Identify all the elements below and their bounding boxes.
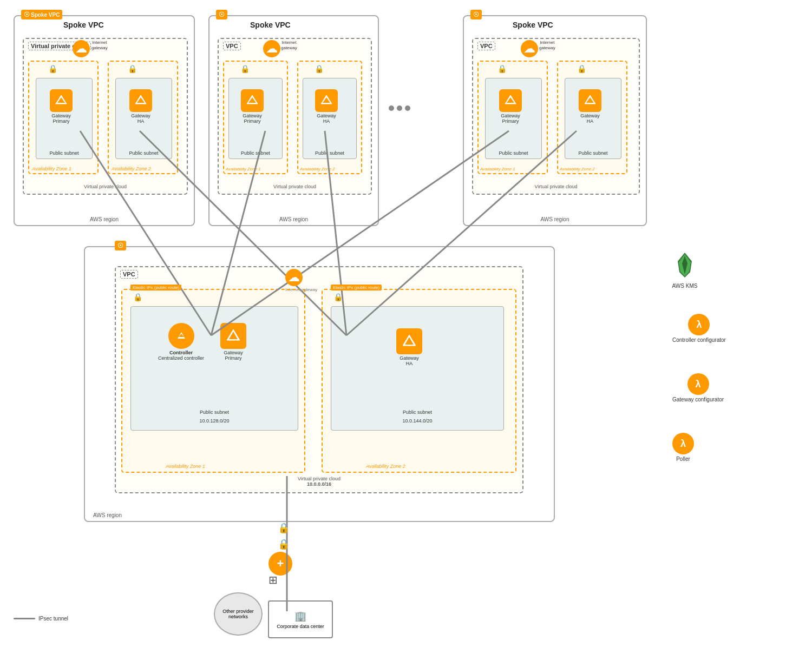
hub-az1-subnet-label: Public subnet <box>131 409 298 415</box>
spoke2-gateway-primary-icon <box>241 89 264 112</box>
corp-dc-icon: 🏢 <box>294 610 306 622</box>
spoke3-inet-gw: Internetgateway <box>539 40 555 50</box>
hub-az1: Elastic IPs (public route) 🔒 <box>121 289 305 473</box>
legend-gateway-config-icon: λ <box>687 373 709 395</box>
spoke3-az2-lock: 🔒 <box>577 64 586 73</box>
spoke2-az1-label: Availability Zone 1 <box>226 167 261 171</box>
spoke3-vpc-cloud-text: Virtual private cloud <box>473 184 639 189</box>
hub-region-box: ☉ ☁ Internet gateway VPC Elastic IPs (pu… <box>84 246 555 522</box>
spoke3-az1-subnet-text: Public subnet <box>486 150 541 156</box>
hub-az2-elastic-tag: Elastic IPs (public route) <box>331 285 382 290</box>
hub-vpn-lock2: 🔒 <box>278 538 290 550</box>
spoke3-az1-label: Availability Zone 1 <box>480 167 515 171</box>
spoke3-az1-subnet: Gateway Primary Public subnet <box>485 78 542 159</box>
hub-gateway-ha: Gateway HA <box>396 328 422 366</box>
aws-kms-icon <box>671 252 698 281</box>
spoke2-gateway-primary: Gateway Primary <box>241 89 264 124</box>
hub-vpc-label: VPC <box>120 270 138 279</box>
spoke1-az2-label: Availability Zone 2 <box>112 166 151 171</box>
spoke1-az1-lock: 🔒 <box>48 64 57 73</box>
spoke3-gateway-ha-icon <box>579 89 601 112</box>
hub-vpn-lock1: 🔒 <box>278 522 290 534</box>
spoke2-az2-lock: 🔒 <box>315 64 324 73</box>
spoke2-az1-lock: 🔒 <box>240 64 250 73</box>
legend-gateway-config: λ Gateway configurator <box>672 373 724 402</box>
spoke2-az2-label: Availability Zone 2 <box>300 167 335 171</box>
hub-az1-elastic-tag: Elastic IPs (public route) <box>130 285 181 290</box>
spoke3-vpc-box: VPC ☁ Internetgateway 🔒 Gateway <box>472 38 640 195</box>
spoke-vpc-3-title: Spoke VPC <box>513 21 553 29</box>
spoke2-az1-subnet-text: Public subnet <box>229 150 282 156</box>
spoke3-gateway-ha-label: Gateway HA <box>580 113 600 124</box>
hub-region-label: AWS region <box>93 512 122 518</box>
hub-az2-label: Availability Zone 2 <box>366 464 405 469</box>
hub-vpc-box: VPC Elastic IPs (public route) 🔒 <box>115 266 523 493</box>
spoke3-az2-subnet: Gateway HA Public subnet <box>565 78 621 159</box>
hub-gateway-ha-icon <box>396 328 422 354</box>
spoke-vpc-3-region: ☉ Spoke VPC VPC ☁ Internetgateway 🔒 <box>463 15 647 226</box>
spoke3-region-label: AWS region <box>464 216 646 222</box>
main-canvas: ☉ Spoke VPC Spoke VPC Virtual private cl… <box>0 0 812 654</box>
aws-badge-spoke3: ☉ <box>470 10 482 19</box>
ellipsis-dots <box>389 105 410 111</box>
hub-gateway-primary: Gateway Primary <box>220 323 246 361</box>
aws-badge-hub: ☉ <box>115 241 126 250</box>
spoke3-gateway-ha: Gateway HA <box>579 89 601 124</box>
other-networks-label: Other provider networks <box>219 609 257 619</box>
spoke3-cloud-icon: ☁ <box>521 40 538 57</box>
spoke1-az1-subnet-text: Public subnet <box>36 150 92 156</box>
ipsec-line-icon <box>14 618 35 619</box>
spoke-vpc-2-region: ☉ Spoke VPC VPC ☁ Internetgateway 🔒 <box>208 15 379 226</box>
legend-gateway-config-label: Gateway configurator <box>672 397 724 402</box>
spoke2-az2-subnet: Gateway HA Public subnet <box>303 78 357 159</box>
aws-badge-spoke2: ☉ <box>216 10 227 19</box>
spoke2-az1: 🔒 Gateway Primary <box>223 61 288 174</box>
spoke1-az2-subnet: Gateway HA Public subnet <box>115 78 172 159</box>
spoke1-vpc-cloud-text: Virtual private cloud <box>24 184 187 189</box>
spoke1-az1-label: Availability Zone 1 <box>32 166 71 171</box>
spoke-vpc-1-region: ☉ Spoke VPC Spoke VPC Virtual private cl… <box>14 15 195 226</box>
hub-az1-label: Availability Zone 1 <box>166 464 205 469</box>
hub-controller-icon <box>168 323 194 349</box>
spoke1-gateway-primary-icon <box>50 89 73 112</box>
spoke-vpc-2-title: Spoke VPC <box>250 21 291 29</box>
spoke1-vpc-box: Virtual private cloud ☁ Internetgateway … <box>23 38 188 195</box>
spoke1-gateway-primary-label: Gateway Primary <box>51 113 71 124</box>
spoke2-cloud-icon: ☁ <box>263 40 280 57</box>
corporate-data-center: 🏢 Corporate data center <box>268 600 333 638</box>
hub-gateway-primary-icon <box>220 323 246 349</box>
hub-vpc-cidr: 10.0.0.0/16 <box>116 481 522 487</box>
spoke2-az2: 🔒 Gateway HA <box>297 61 362 174</box>
corp-dc-grid-icon: ⊞ <box>269 573 278 586</box>
legend-controller-config-label: Controller configurator <box>672 337 726 343</box>
legend-aws-kms-label: AWS KMS <box>672 283 698 289</box>
legend-poller-label: Poller <box>676 456 690 462</box>
spoke3-az2-label: Availability Zone 2 <box>560 167 595 171</box>
legend-aws-kms: AWS KMS <box>671 252 698 289</box>
hub-controller-label: Controller Centralized controller <box>158 350 204 361</box>
spoke1-region-label: AWS region <box>15 216 194 222</box>
hub-az2: Elastic IPs (public route) 🔒 <box>322 289 516 473</box>
spoke3-gateway-primary-icon <box>499 89 522 112</box>
legend-controller-config: λ Controller configurator <box>672 314 726 343</box>
vpn-plus-icon: + <box>269 552 292 576</box>
spoke3-vpc-label: VPC <box>477 42 495 50</box>
corp-dc-label: Corporate data center <box>277 624 324 629</box>
legend-poller-icon: λ <box>672 433 694 454</box>
hub-az2-subnet-label: Public subnet <box>331 409 503 415</box>
spoke1-gateway-ha-label: Gateway HA <box>131 113 150 124</box>
spoke2-vpc-box: VPC ☁ Internetgateway 🔒 Gateway <box>218 38 372 195</box>
spoke2-gateway-primary-label: Gateway Primary <box>243 113 262 124</box>
hub-vpc-cloud-area: Virtual private cloud 10.0.0.0/16 <box>116 476 522 487</box>
spoke1-gateway-ha-icon <box>129 89 152 112</box>
spoke2-gateway-ha-label: Gateway HA <box>317 113 336 124</box>
spoke1-gateway-ha: Gateway HA <box>129 89 152 124</box>
spoke1-az2-subnet-text: Public subnet <box>116 150 172 156</box>
spoke1-az2-lock: 🔒 <box>128 64 137 73</box>
spoke2-az1-subnet: Gateway Primary Public subnet <box>228 78 283 159</box>
hub-az1-subnet-cidr: 10.0.128.0/20 <box>131 418 298 424</box>
hub-az2-subnet: Gateway HA Public subnet 10.0.144.0/20 <box>331 306 504 431</box>
spoke3-az1: 🔒 Gateway Primary <box>477 61 548 174</box>
spoke1-az1-subnet: Gateway Primary Public subnet <box>36 78 93 159</box>
spoke3-gateway-primary: Gateway Primary <box>499 89 522 124</box>
